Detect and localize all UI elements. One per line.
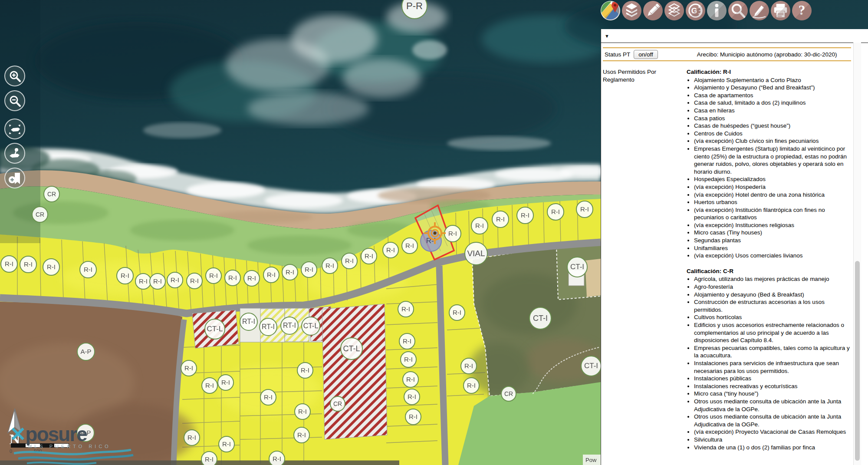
map-label-cr[interactable]: CR <box>32 206 48 223</box>
map-label-r-i[interactable]: R-I <box>224 270 241 286</box>
map-label-r-i[interactable]: R-I <box>400 351 417 368</box>
map-label-a-p[interactable]: A-P <box>77 343 95 361</box>
bookmark-add-button[interactable] <box>4 168 25 188</box>
use-item: (vía excepción) Hotel dentro de una zona… <box>694 191 851 199</box>
map-label-r-i[interactable]: R-I <box>399 333 415 350</box>
gis-globe-button[interactable]: G <box>686 1 705 20</box>
map-label-r-i[interactable]: R-I <box>460 358 477 374</box>
map-label-r-i[interactable]: R-I <box>463 377 480 394</box>
use-item: Instalaciones para servicios de infraest… <box>694 359 851 375</box>
map-label-r-i[interactable]: R-I <box>149 273 166 290</box>
map-label-r-i[interactable]: R-I <box>401 237 418 254</box>
map-label-r-i[interactable]: R-I <box>576 201 593 218</box>
map-label-r-i[interactable]: R-I <box>282 264 298 280</box>
map-label-r-i[interactable]: R-I <box>471 217 488 234</box>
full-extent-icon <box>8 122 22 136</box>
map-label-r-i[interactable]: R-I <box>293 427 310 443</box>
ct-l-big <box>322 304 387 439</box>
map-label-r-i[interactable]: R-I <box>398 301 414 317</box>
zoom-in-button[interactable] <box>4 66 25 86</box>
layers-outline-button[interactable] <box>664 1 684 20</box>
map-label-r-i[interactable]: R-I <box>294 403 311 420</box>
map-label-rt-i[interactable]: RT-I <box>280 317 299 335</box>
map-label-r-i[interactable]: R-I <box>181 360 197 376</box>
map-label-vial[interactable]: VIAL <box>464 242 488 265</box>
map-label-r-i[interactable]: R-I <box>243 270 260 287</box>
use-item: Casa patios <box>694 115 851 122</box>
map-label-r-i[interactable]: R-I <box>217 374 234 391</box>
map-label-r-i[interactable]: R-I <box>405 409 421 425</box>
use-item: Alojamiento Suplementario a Corto Plazo <box>694 76 851 84</box>
map-label-r-i[interactable]: R-I <box>0 255 18 273</box>
search-button[interactable] <box>728 1 748 20</box>
map-label-r-i[interactable]: R-I <box>20 256 37 273</box>
map-label-ct-l[interactable]: CT-L <box>204 319 225 340</box>
map-label-r-i[interactable]: R-I <box>341 253 358 269</box>
map-label-r-i[interactable]: R-I <box>116 267 134 284</box>
map-label-ct-i[interactable]: CT-I <box>567 257 588 277</box>
map-label-r-i[interactable]: R-I <box>201 451 217 465</box>
map-label-r-i[interactable]: R-I <box>361 248 377 264</box>
map-label-r-i[interactable]: R-I <box>301 261 317 278</box>
map-label-r-i[interactable]: R-I <box>79 261 97 278</box>
print-icon <box>771 1 790 20</box>
locate-island-button[interactable] <box>4 143 25 164</box>
map-label-ct-i[interactable]: CT-I <box>581 356 602 376</box>
panel-dropdown[interactable]: ▼ <box>601 29 868 43</box>
map-label-rt-i[interactable]: RT-I <box>259 318 277 336</box>
map-label-cr[interactable]: CR <box>501 386 516 402</box>
map-label-ct-l[interactable]: CT-L <box>301 317 320 336</box>
layers-button[interactable] <box>622 1 641 20</box>
map-label-r-i[interactable]: R-I <box>186 273 203 289</box>
use-item: (vía excepción) Club cívico sin fines pe… <box>694 137 851 145</box>
map-label-r-i[interactable]: R-I <box>167 272 183 288</box>
use-item: Instalaciones recreativas y ecoturística… <box>694 383 851 390</box>
map-label-r-i[interactable]: R-I <box>420 230 442 252</box>
status-toggle-button[interactable]: on/off <box>634 50 658 59</box>
map-label-r-i[interactable]: R-I <box>260 389 276 406</box>
zoom-out-button[interactable] <box>4 90 25 111</box>
zoom-in-icon <box>8 69 21 82</box>
print-button[interactable] <box>771 1 790 20</box>
map-label-r-i[interactable]: R-I <box>43 258 60 276</box>
map-label-r-i[interactable]: R-I <box>444 225 461 242</box>
panel-scrollbar-thumb[interactable] <box>855 261 860 461</box>
map-label-r-i[interactable]: R-I <box>184 429 200 446</box>
map-label-r-i[interactable]: R-I <box>492 211 509 228</box>
use-item: Micro casas (Tiny houses) <box>694 229 851 237</box>
map-label-r-i[interactable]: R-I <box>382 242 399 258</box>
map-label-r-i[interactable]: R-I <box>449 304 465 321</box>
use-item: Casas de huéspedes (“guest house”) <box>694 122 851 130</box>
scale-zero: 0 <box>10 449 12 454</box>
signature-button[interactable] <box>750 1 769 20</box>
map-label-r-i[interactable]: R-I <box>297 362 313 379</box>
search-icon <box>728 1 748 20</box>
use-item: Casa de salud, limitado a dos (2) inquil… <box>694 99 851 107</box>
map-label-r-i[interactable]: R-I <box>201 377 218 394</box>
google-maps-button[interactable] <box>601 1 620 20</box>
map-label-r-i[interactable]: R-I <box>402 371 419 388</box>
map-label-a-p[interactable]: A-P <box>76 424 95 442</box>
map-label-r-i[interactable]: R-I <box>404 389 420 405</box>
map-label-r-i[interactable]: R-I <box>547 203 564 221</box>
eraser-button[interactable] <box>643 1 663 20</box>
map-label-r-i[interactable]: R-I <box>205 267 222 284</box>
full-extent-button[interactable] <box>4 119 25 139</box>
map-label-r-i[interactable]: R-I <box>322 257 338 274</box>
use-item: Alojamiento y Desayuno (“Bed and Breakfa… <box>694 84 851 92</box>
info-button[interactable] <box>707 1 727 20</box>
google-maps-icon <box>601 1 620 20</box>
map-label-r-i[interactable]: R-I <box>218 436 235 452</box>
map-label-ct-i[interactable]: CT-I <box>529 307 552 330</box>
map-label-cr[interactable]: CR <box>330 396 345 412</box>
map-label-ct-l[interactable]: CT-L <box>340 337 363 360</box>
map-label-r-i[interactable]: R-I <box>516 207 534 224</box>
map-attribution: Pow <box>583 455 601 465</box>
map-label-rt-i[interactable]: RT-I <box>240 313 258 331</box>
map-label-r-i[interactable]: R-I <box>263 267 279 283</box>
use-item: Casa en hileras <box>694 107 851 115</box>
map-label-cr[interactable]: CR <box>43 186 60 202</box>
help-button[interactable]: ? <box>792 1 812 20</box>
map-label-r-i[interactable]: R-I <box>269 451 285 465</box>
panel-scrollbar-track[interactable] <box>853 43 861 465</box>
